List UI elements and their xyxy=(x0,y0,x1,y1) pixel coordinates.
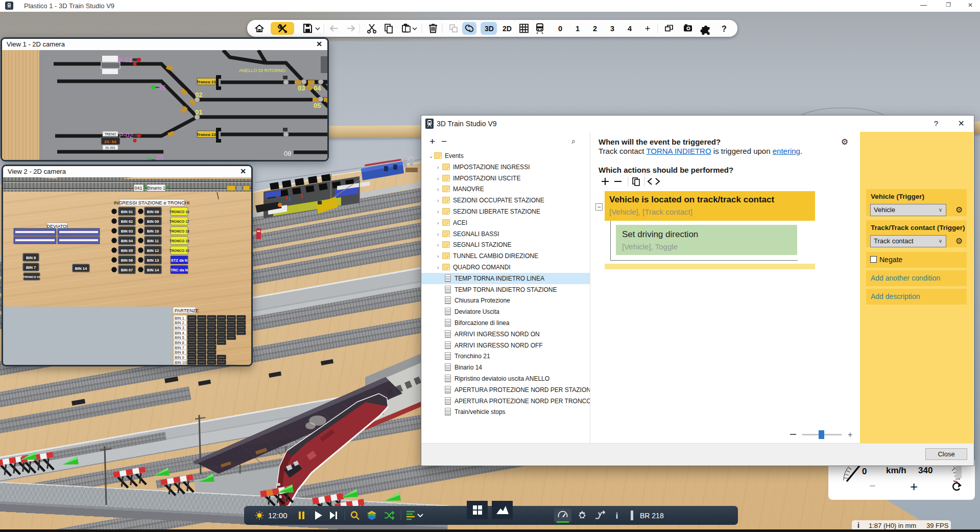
svg-text:041: 041 xyxy=(134,186,142,191)
svg-text:i: i xyxy=(616,512,618,520)
svg-text:16: 16 xyxy=(158,84,165,91)
svg-text:TRONCO 19: TRONCO 19 xyxy=(170,239,189,243)
svg-text:BIN 14: BIN 14 xyxy=(147,268,159,272)
svg-text:INGRESSI STAZIONE e TRONCHI: INGRESSI STAZIONE e TRONCHI xyxy=(114,200,190,205)
svg-text:BIN 01: BIN 01 xyxy=(121,210,133,214)
svg-text:BIN 03: BIN 03 xyxy=(121,229,133,234)
svg-text:BIN 11: BIN 11 xyxy=(147,239,159,243)
svg-text:Tronco 22: Tronco 22 xyxy=(197,132,216,137)
svg-text:BIN 05: BIN 05 xyxy=(121,248,133,253)
svg-text:03: 03 xyxy=(298,84,305,92)
svg-text:ANELLO DI RITORNO: ANELLO DI RITORNO xyxy=(239,68,285,73)
svg-text:BIN 08: BIN 08 xyxy=(147,210,159,214)
svg-text:BIN 8: BIN 8 xyxy=(175,350,184,355)
svg-text:1: 1 xyxy=(576,25,580,33)
svg-text:3: 3 xyxy=(610,25,614,33)
svg-text:05: 05 xyxy=(314,102,321,109)
svg-text:?: ? xyxy=(722,25,727,33)
svg-text:2D: 2D xyxy=(503,25,512,33)
svg-text:BIN 09: BIN 09 xyxy=(147,219,159,224)
svg-text:Tronco 21: Tronco 21 xyxy=(197,80,216,84)
svg-text:Binario 1: Binario 1 xyxy=(147,186,165,191)
svg-text:BIN 3: BIN 3 xyxy=(175,326,184,330)
svg-text:BIN 8: BIN 8 xyxy=(26,256,36,260)
svg-text:4: 4 xyxy=(628,25,632,33)
svg-text:0: 0 xyxy=(558,25,562,33)
svg-text:TRC da N: TRC da N xyxy=(171,268,188,272)
svg-text:P-01: P-01 xyxy=(118,56,132,64)
svg-text:BIN 7: BIN 7 xyxy=(175,345,184,350)
svg-text:BIN 10: BIN 10 xyxy=(175,360,186,365)
svg-text:BIN 9: BIN 9 xyxy=(175,355,184,360)
svg-text:BIN 7: BIN 7 xyxy=(26,265,36,270)
svg-text:P-02: P-02 xyxy=(119,131,133,139)
svg-text:STZ da N: STZ da N xyxy=(171,258,188,263)
svg-text:BIN 1: BIN 1 xyxy=(175,316,184,320)
svg-text:BIN 6: BIN 6 xyxy=(175,340,184,345)
svg-text:2: 2 xyxy=(593,25,597,33)
svg-text:02: 02 xyxy=(195,91,202,99)
svg-text:0: 0 xyxy=(862,467,867,476)
svg-text:+: + xyxy=(910,479,918,494)
svg-text:BIN 13: BIN 13 xyxy=(147,258,159,263)
svg-text:BR 218: BR 218 xyxy=(640,512,664,520)
svg-text:3D: 3D xyxy=(485,25,494,33)
svg-text:TRONCO 16: TRONCO 16 xyxy=(170,210,189,214)
svg-text:BIN 2: BIN 2 xyxy=(175,320,184,325)
svg-text:TRONCO 20: TRONCO 20 xyxy=(170,249,189,252)
svg-text:01: 01 xyxy=(195,108,202,116)
svg-text:TRENO: TRENO xyxy=(105,132,116,136)
svg-text:+: + xyxy=(644,23,650,34)
svg-text:BIN 02: BIN 02 xyxy=(121,219,133,224)
svg-text:340: 340 xyxy=(918,466,933,475)
svg-text:TRONCO 18: TRONCO 18 xyxy=(170,229,189,233)
svg-text:BIN 5: BIN 5 xyxy=(175,335,184,340)
svg-text:BIN 07: BIN 07 xyxy=(121,268,133,272)
svg-text:08: 08 xyxy=(284,150,291,157)
svg-text:km/h: km/h xyxy=(886,466,906,475)
svg-text:04: 04 xyxy=(314,84,321,92)
svg-text:BIN 06: BIN 06 xyxy=(121,258,133,263)
svg-text:DL 001: DL 001 xyxy=(105,146,115,149)
svg-text:BIN 10: BIN 10 xyxy=(147,229,159,234)
svg-text:12:00: 12:00 xyxy=(268,511,288,520)
svg-text:BIN 04: BIN 04 xyxy=(121,239,133,243)
svg-text:15: 15 xyxy=(156,154,163,160)
svg-text:TRONCO 21: TRONCO 21 xyxy=(23,275,41,279)
svg-text:BIN 14: BIN 14 xyxy=(75,266,87,271)
svg-text:DEVIATOI: DEVIATOI xyxy=(46,224,67,229)
svg-text:−: − xyxy=(869,479,876,492)
svg-text:23:56: 23:56 xyxy=(104,140,116,144)
svg-text:PARTENZE: PARTENZE xyxy=(175,308,199,313)
svg-text:TRONCO 17: TRONCO 17 xyxy=(170,220,189,223)
svg-text:BIN 12: BIN 12 xyxy=(147,248,159,253)
svg-text:BIN 4: BIN 4 xyxy=(175,331,184,335)
